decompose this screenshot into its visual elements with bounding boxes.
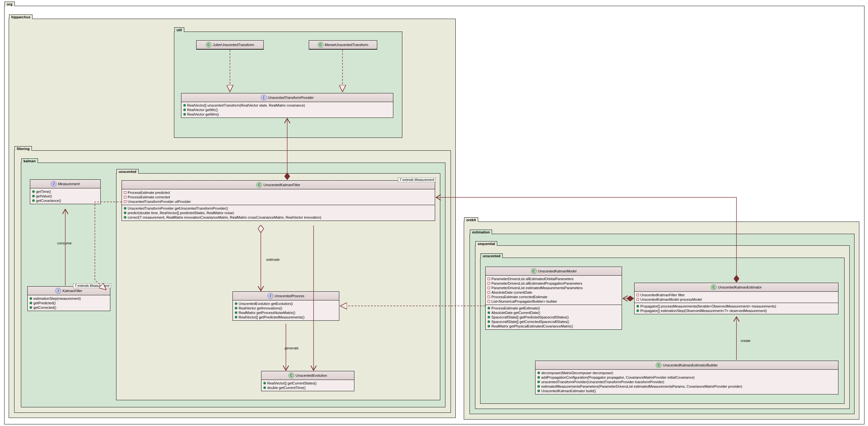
class-unscentedevolution-methods: RealVector[] getCurrentStates() double g… xyxy=(261,380,354,391)
interface-measurement-header: IMeasurement xyxy=(30,180,100,188)
class-uke-methods: Propagator[] processMeasurements(Iterabl… xyxy=(634,303,838,314)
interface-utp-methods: RealVector[] unscentedTransform(RealVect… xyxy=(181,102,393,117)
class-icon: C xyxy=(206,42,212,48)
label-estimate: estimate xyxy=(266,258,280,261)
class-ukeb-name: UnscentedKalmanEstimatorBuilder xyxy=(663,363,718,367)
class-icon: C xyxy=(531,268,537,274)
interface-kalmanfilter: T extends Measurement IKalmanFilter esti… xyxy=(27,286,110,311)
class-ukf-name: UnscentedKalmanFilter xyxy=(264,183,300,187)
class-unscentedevolution-name: UnscentedEvolution xyxy=(296,373,327,377)
class-uke-header: CUnscentedKalmanEstimator xyxy=(634,283,838,292)
label-create: create xyxy=(741,339,751,343)
class-julier-header: CJulierUnscentedTransform xyxy=(196,40,264,49)
class-merwe: CMerweUnscentedTransform xyxy=(309,40,377,50)
class-ukf-methods: UnscentedTransformProvider getUnscentedT… xyxy=(122,205,435,221)
class-icon: C xyxy=(288,373,294,378)
interface-kalmanfilter-methods: estimationStep(measurement) getPredicted… xyxy=(28,295,110,311)
class-ukm-methods: ProcessEstimate getEstimate() AbsoluteDa… xyxy=(486,305,622,330)
class-ukf: T extends Measurement CUnscentedKalmanFi… xyxy=(122,180,435,221)
class-merwe-name: MerweUnscentedTransform xyxy=(325,43,368,47)
template-param: T extends Measurement xyxy=(73,283,111,288)
class-uke: CUnscentedKalmanEstimator UnscentedKalma… xyxy=(634,283,838,314)
package-sequential-label: sequential xyxy=(475,241,497,246)
class-ukm-name: UnscentedKalmanModel xyxy=(538,269,577,273)
interface-icon: I xyxy=(55,288,61,294)
package-unscented-orekit-label: unscented xyxy=(480,253,503,258)
interface-unscentedprocess-name: UnscentedProcess xyxy=(275,294,304,298)
package-kalman-label: kalman xyxy=(21,159,38,163)
class-ukm: CUnscentedKalmanModel ParameterDriversLi… xyxy=(485,266,622,330)
interface-icon: I xyxy=(51,181,57,187)
class-ukm-header: CUnscentedKalmanModel xyxy=(486,267,622,276)
package-org-label: org xyxy=(4,2,15,6)
package-estimation-label: estimation xyxy=(470,230,492,234)
interface-utp: IUnscentedTransformProvider RealVector[]… xyxy=(181,93,393,118)
package-hipparchus-label: hipparchus xyxy=(9,15,32,19)
class-julier: CJulierUnscentedTransform xyxy=(196,40,264,50)
class-unscentedevolution-header: CUnscentedEvolution xyxy=(261,371,354,380)
class-ukm-fields: ParameterDriversList allEstimatedOrbital… xyxy=(486,276,622,305)
class-uke-fields: UnscentedKalmanFilter filter UnscentedKa… xyxy=(634,292,838,303)
label-consume: consume xyxy=(57,241,72,245)
class-ukeb-methods: decomposer(MatrixDecomposer decomposer) … xyxy=(535,370,838,394)
package-util-label: util xyxy=(174,27,184,32)
interface-utp-name: UnscentedTransformProvider xyxy=(268,96,314,100)
interface-unscentedprocess: IUnscentedProcess UnscentedEvolution get… xyxy=(232,291,339,321)
interface-utp-header: IUnscentedTransformProvider xyxy=(181,93,393,102)
class-julier-name: JulierUnscentedTransform xyxy=(213,43,254,47)
class-icon: C xyxy=(656,362,661,368)
class-ukf-header: CUnscentedKalmanFilter xyxy=(122,181,435,189)
class-unscentedevolution: CUnscentedEvolution RealVector[] getCurr… xyxy=(261,371,354,391)
interface-measurement-name: Measurement xyxy=(58,182,80,186)
interface-icon: I xyxy=(261,95,267,101)
package-unscented-hipparchus-label: unscented xyxy=(117,169,138,174)
label-generate: generate xyxy=(285,346,299,350)
interface-icon: I xyxy=(268,293,273,299)
class-ukf-fields: ProcessEstimate predicted ProcessEstimat… xyxy=(122,189,435,205)
class-ukeb: CUnscentedKalmanEstimatorBuilder decompo… xyxy=(535,361,838,394)
interface-unscentedprocess-header: IUnscentedProcess xyxy=(233,292,339,301)
class-ukeb-header: CUnscentedKalmanEstimatorBuilder xyxy=(535,361,838,370)
template-param: T extends Measurement xyxy=(398,177,436,182)
interface-measurement-methods: getTime() getValue() getCovariance() xyxy=(30,188,100,204)
package-orekit-label: orekit xyxy=(464,217,478,222)
package-filtering-label: filtering xyxy=(14,146,32,151)
class-icon: C xyxy=(318,42,323,48)
interface-measurement: IMeasurement getTime() getValue() getCov… xyxy=(30,179,101,204)
class-uke-name: UnscentedKalmanEstimator xyxy=(718,285,762,289)
interface-kalmanfilter-name: KalmanFilter xyxy=(62,289,82,293)
interface-unscentedprocess-methods: UnscentedEvolution getEvolution() RealVe… xyxy=(233,301,339,320)
class-merwe-header: CMerweUnscentedTransform xyxy=(309,40,377,49)
class-icon: C xyxy=(711,284,716,290)
class-icon: C xyxy=(256,182,262,188)
